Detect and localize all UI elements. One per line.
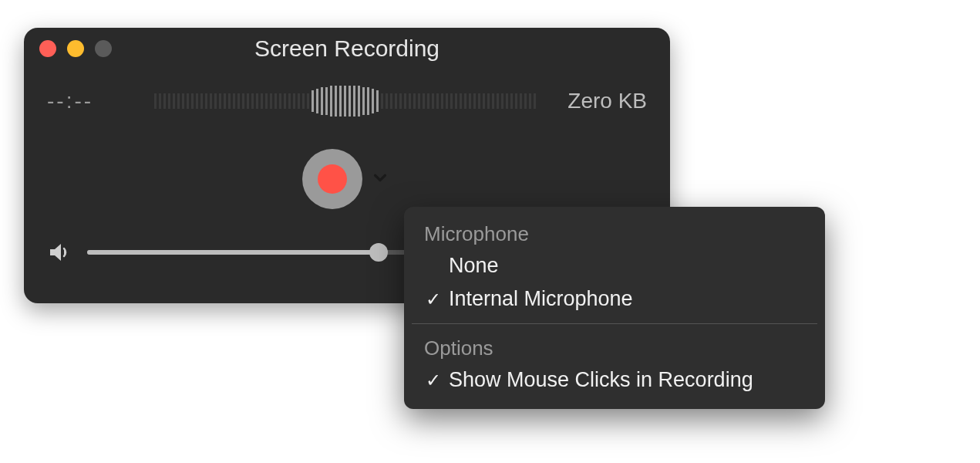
svg-rect-56 <box>413 93 416 109</box>
options-menu: Microphone None ✓ Internal Microphone Op… <box>404 207 825 409</box>
svg-rect-17 <box>233 93 235 109</box>
svg-rect-59 <box>427 93 429 109</box>
svg-rect-27 <box>279 93 281 109</box>
svg-rect-34 <box>312 90 314 112</box>
svg-rect-65 <box>455 93 457 109</box>
svg-rect-32 <box>302 93 305 109</box>
svg-rect-46 <box>367 87 369 115</box>
svg-rect-80 <box>524 93 527 109</box>
menu-header-options: Options <box>404 332 825 363</box>
svg-rect-57 <box>418 93 420 109</box>
options-dropdown-button[interactable] <box>369 167 392 191</box>
menu-item-microphone-internal[interactable]: ✓ Internal Microphone <box>404 282 825 316</box>
svg-rect-5 <box>177 93 180 109</box>
status-row: --:-- <box>24 69 670 133</box>
svg-rect-37 <box>325 87 328 115</box>
svg-rect-52 <box>395 93 397 109</box>
menu-item-label: Internal Microphone <box>449 287 633 311</box>
menu-header-microphone: Microphone <box>404 218 825 249</box>
menu-item-microphone-none[interactable]: None <box>404 249 825 282</box>
svg-rect-53 <box>399 93 402 109</box>
zoom-window-button <box>95 40 112 57</box>
svg-rect-40 <box>339 86 342 117</box>
svg-rect-22 <box>256 93 258 109</box>
menu-item-label: None <box>449 254 499 278</box>
svg-rect-24 <box>265 93 268 109</box>
checkmark-icon: ✓ <box>424 289 443 310</box>
close-window-button[interactable] <box>39 40 56 57</box>
menu-item-show-mouse-clicks[interactable]: ✓ Show Mouse Clicks in Recording <box>404 363 825 397</box>
svg-rect-58 <box>423 93 425 109</box>
svg-rect-67 <box>464 93 466 109</box>
svg-rect-4 <box>173 93 175 109</box>
svg-rect-1 <box>159 93 161 109</box>
svg-rect-20 <box>247 93 249 109</box>
audio-level-meter <box>154 86 540 117</box>
svg-rect-45 <box>362 87 365 115</box>
chevron-down-icon <box>372 168 389 190</box>
recording-filesize: Zero KB <box>559 89 647 113</box>
svg-rect-66 <box>460 93 462 109</box>
svg-rect-62 <box>441 93 443 109</box>
svg-rect-44 <box>358 86 360 117</box>
svg-rect-79 <box>520 93 522 109</box>
svg-rect-14 <box>219 93 221 109</box>
window-title: Screen Recording <box>24 35 670 62</box>
titlebar: Screen Recording <box>24 28 670 69</box>
minimize-window-button[interactable] <box>67 40 84 57</box>
menu-item-label: Show Mouse Clicks in Recording <box>449 368 753 392</box>
svg-rect-48 <box>376 90 379 112</box>
svg-rect-55 <box>409 93 411 109</box>
svg-rect-25 <box>270 93 272 109</box>
svg-rect-21 <box>251 93 254 109</box>
svg-rect-74 <box>497 93 499 109</box>
svg-rect-54 <box>404 93 406 109</box>
speaker-icon <box>47 240 72 265</box>
svg-rect-41 <box>344 86 346 117</box>
svg-rect-49 <box>381 93 383 109</box>
svg-rect-72 <box>487 93 490 109</box>
svg-rect-23 <box>261 93 263 109</box>
svg-rect-43 <box>353 86 355 117</box>
traffic-lights <box>39 40 112 57</box>
svg-rect-15 <box>224 93 226 109</box>
recording-timecode: --:-- <box>47 89 135 113</box>
svg-rect-19 <box>242 93 244 109</box>
svg-rect-64 <box>450 93 453 109</box>
svg-rect-0 <box>154 93 157 109</box>
svg-rect-69 <box>473 93 476 109</box>
svg-rect-71 <box>483 93 485 109</box>
svg-rect-63 <box>446 93 448 109</box>
slider-fill <box>87 250 379 255</box>
svg-rect-7 <box>187 93 189 109</box>
svg-rect-77 <box>510 93 513 109</box>
svg-rect-82 <box>534 93 536 109</box>
svg-rect-76 <box>506 93 508 109</box>
svg-rect-30 <box>293 93 295 109</box>
svg-rect-75 <box>501 93 503 109</box>
slider-thumb[interactable] <box>369 243 388 262</box>
svg-rect-6 <box>182 93 184 109</box>
svg-rect-13 <box>214 93 217 109</box>
svg-rect-36 <box>321 87 323 115</box>
svg-rect-73 <box>492 93 494 109</box>
svg-rect-10 <box>200 93 203 109</box>
record-icon <box>318 164 347 194</box>
checkmark-icon: ✓ <box>424 370 443 391</box>
svg-rect-78 <box>515 93 517 109</box>
svg-rect-81 <box>529 93 531 109</box>
svg-rect-51 <box>390 93 392 109</box>
svg-rect-28 <box>284 93 286 109</box>
svg-rect-2 <box>163 93 166 109</box>
svg-rect-42 <box>349 86 351 117</box>
record-button[interactable] <box>302 149 362 209</box>
menu-divider <box>412 323 817 324</box>
svg-rect-47 <box>372 89 374 113</box>
svg-rect-60 <box>432 93 434 109</box>
svg-rect-31 <box>298 93 300 109</box>
svg-rect-61 <box>436 93 439 109</box>
svg-rect-68 <box>469 93 471 109</box>
svg-rect-33 <box>307 93 309 109</box>
svg-rect-3 <box>168 93 170 109</box>
svg-rect-26 <box>274 93 277 109</box>
